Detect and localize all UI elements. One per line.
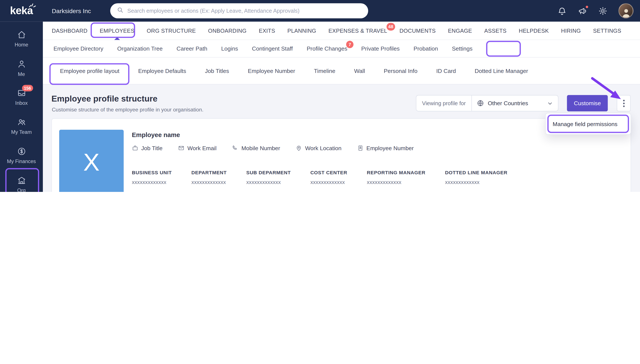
nav-label: ORG STRUCTURE	[147, 28, 196, 34]
manage-field-permissions-menu-item[interactable]: Manage field permissions	[546, 120, 617, 127]
meta-label: Work Email	[188, 145, 217, 151]
field-value: xxxxxxxxxxxxx	[310, 179, 347, 185]
team-icon	[17, 118, 26, 127]
tab-wall[interactable]: Wall	[354, 68, 365, 74]
tab-timeline[interactable]: Timeline	[314, 68, 335, 74]
sidebar-item-org[interactable]: Org	[0, 170, 43, 192]
subnav-private-profiles[interactable]: Private Profiles	[354, 45, 407, 52]
nav-label: EMPLOYEES	[100, 28, 134, 34]
more-options-button[interactable]	[617, 95, 630, 112]
sidebar-item-my-finances[interactable]: My Finances	[0, 141, 43, 170]
sidebar-item-label: Inbox	[15, 100, 28, 106]
id-card-icon	[357, 145, 363, 151]
subnav-label: Probation	[413, 45, 438, 52]
field-reporting-manager: REPORTING MANAGER xxxxxxxxxxxxx	[367, 170, 425, 185]
viewing-profile-for-dropdown[interactable]: Viewing profile for Other Countries	[416, 95, 558, 112]
subnav-career-path[interactable]: Career Path	[170, 45, 214, 52]
meta-label: Mobile Number	[241, 145, 280, 151]
subnav-employee-directory[interactable]: Employee Directory	[47, 45, 110, 52]
chevron-down-icon	[547, 100, 553, 106]
announcements-button[interactable]	[577, 6, 587, 16]
subnav-label: Organization Tree	[117, 45, 163, 52]
viewing-profile-for-label: Viewing profile for	[416, 100, 471, 106]
tab-job-titles[interactable]: Job Titles	[205, 68, 229, 74]
inbox-icon: 156	[17, 88, 26, 98]
envelope-icon	[178, 145, 185, 151]
field-department: DEPARTMENT xxxxxxxxxxxxx	[191, 170, 227, 185]
settings-button[interactable]	[598, 6, 608, 16]
meta-job-title: Job Title	[132, 145, 162, 151]
nav-hiring[interactable]: HIRING	[555, 22, 587, 40]
nav-label: DOCUMENTS	[400, 28, 436, 34]
search-input[interactable]	[128, 8, 362, 14]
nav-assets[interactable]: ASSETS	[478, 22, 512, 40]
notifications-button[interactable]	[557, 6, 567, 16]
bell-icon	[557, 6, 566, 15]
field-label: DOTTED LINE MANAGER	[445, 170, 507, 176]
nav-label: DASHBOARD	[52, 28, 88, 34]
subnav-profile-changes[interactable]: Profile Changes7	[300, 45, 354, 52]
page-subtitle: Customise structure of the employee prof…	[52, 106, 203, 112]
field-label: BUSINESS UNIT	[132, 170, 172, 176]
field-label: REPORTING MANAGER	[367, 170, 425, 176]
tab-employee-number[interactable]: Employee Number	[248, 68, 295, 74]
employee-name: Employee name	[132, 132, 180, 139]
subnav-logins[interactable]: Logins	[214, 45, 245, 52]
nav-documents[interactable]: DOCUMENTS	[393, 22, 442, 40]
topbar-actions	[557, 0, 640, 22]
more-options-menu: Manage field permissions	[545, 113, 631, 134]
nav-dashboard[interactable]: DASHBOARD	[46, 22, 94, 40]
nav-label: EXITS	[259, 28, 275, 34]
tab-employee-profile-layout[interactable]: Employee profile layout	[60, 68, 120, 74]
field-business-unit: BUSINESS UNIT xxxxxxxxxxxxx	[132, 170, 172, 185]
sidebar-item-me[interactable]: Me	[0, 54, 43, 82]
tab-personal-info[interactable]: Personal Info	[384, 68, 417, 74]
sidebar-item-home[interactable]: Home	[0, 24, 43, 54]
sidebar: Home Me 156 Inbox My Team My Finances Or…	[0, 22, 43, 192]
avatar-silhouette-icon	[621, 7, 631, 18]
nav-planning[interactable]: PLANNING	[281, 22, 322, 40]
user-avatar[interactable]	[618, 3, 633, 18]
viewing-profile-value: Other Countries	[472, 100, 558, 107]
employee-meta-row: Job Title Work Email Mobile Number Work …	[132, 145, 413, 151]
profile-changes-count-badge: 7	[346, 41, 353, 48]
globe-icon	[477, 100, 484, 107]
subnav-settings[interactable]: Settings	[445, 45, 479, 52]
nav-exits[interactable]: EXITS	[253, 22, 281, 40]
nav-expenses-travel[interactable]: EXPENSES & TRAVEL48	[322, 22, 393, 40]
nav-label: PLANNING	[287, 28, 316, 34]
nav-engage[interactable]: ENGAGE	[442, 22, 478, 40]
subnav-organization-tree[interactable]: Organization Tree	[110, 45, 169, 52]
active-nav-caret	[114, 37, 120, 40]
nav-org-structure[interactable]: ORG STRUCTURE	[141, 22, 202, 40]
org-fields-row: BUSINESS UNIT xxxxxxxxxxxxx DEPARTMENT x…	[132, 170, 507, 185]
nav-onboarding[interactable]: ONBOARDING	[202, 22, 253, 40]
settings-tab-strip: Employee profile layout Employee Default…	[43, 58, 640, 84]
subnav-label: Career Path	[177, 45, 207, 52]
dollar-icon	[17, 147, 26, 156]
field-value: xxxxxxxxxxxxx	[191, 179, 227, 185]
sidebar-item-my-team[interactable]: My Team	[0, 112, 43, 141]
global-search[interactable]	[110, 3, 368, 18]
field-value: xxxxxxxxxxxxx	[132, 179, 172, 185]
customise-button[interactable]: Customise	[567, 95, 608, 112]
nav-settings[interactable]: SETTINGS	[587, 22, 627, 40]
announcements-badge-dot	[585, 5, 589, 9]
subnav-probation[interactable]: Probation	[407, 45, 445, 52]
tab-employee-defaults[interactable]: Employee Defaults	[138, 68, 186, 74]
nav-employees[interactable]: EMPLOYEES	[94, 22, 141, 40]
employees-sub-nav: Employee Directory Organization Tree Car…	[43, 40, 640, 58]
sidebar-item-label: Me	[18, 71, 25, 77]
main-nav: DASHBOARD EMPLOYEES ORG STRUCTURE ONBOAR…	[43, 22, 640, 40]
subnav-label: Settings	[452, 45, 472, 52]
sidebar-item-label: My Team	[11, 130, 32, 135]
sidebar-item-inbox[interactable]: 156 Inbox	[0, 82, 43, 112]
meta-work-email: Work Email	[178, 145, 217, 151]
subnav-contingent-staff[interactable]: Contingent Staff	[245, 45, 300, 52]
tab-id-card[interactable]: ID Card	[436, 68, 456, 74]
subnav-label: Logins	[221, 45, 238, 52]
nav-helpdesk[interactable]: HELPDESK	[512, 22, 555, 40]
company-name: Darksiders Inc	[52, 7, 91, 14]
tab-dotted-line-manager[interactable]: Dotted Line Manager	[475, 68, 528, 74]
keka-logo[interactable]: keka	[0, 0, 43, 22]
